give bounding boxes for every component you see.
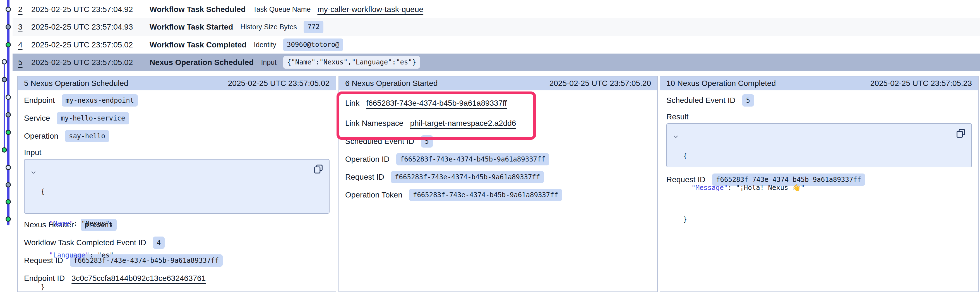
panel-header: 6 Nexus Operation Started 2025-02-25 UTC… (339, 76, 657, 91)
panel-title: 5 Nexus Operation Scheduled (24, 79, 128, 88)
field-operation-id: Operation ID f665283f-743e-4374-b45b-9a6… (345, 153, 651, 165)
result-json-viewer: { "Message": "¡Hola! Nexus 👋" } (667, 123, 972, 167)
operation-id-badge: f665283f-743e-4374-b45b-9a61a89337ff (396, 153, 549, 166)
event-attr-label: Input (261, 58, 277, 67)
event-id-link[interactable]: 3 (18, 22, 31, 32)
panel-title: 6 Nexus Operation Started (345, 79, 438, 88)
event-name: Workflow Task Started (150, 22, 233, 32)
json-line: { (683, 151, 805, 161)
endpoint-value-badge: my-nexus-endpoint (62, 94, 138, 107)
timeline-event-dot (6, 112, 11, 118)
event-attr-value-badge: 30960@totoro@ (283, 38, 343, 51)
event-row-2[interactable]: 2 2025-02-25 UTC 23:57:04.92 Workflow Ta… (13, 0, 980, 18)
timeline-event-dot (6, 24, 11, 30)
json-line: { (41, 186, 114, 197)
field-operation: Operation say-hello (24, 130, 329, 142)
timeline-event-dot (6, 42, 11, 48)
json-line: "Language": "es" (41, 250, 114, 261)
timeline-event-dot (6, 130, 11, 135)
scheduled-event-id-badge: 5 (421, 135, 433, 148)
timeline-event-dot (6, 95, 11, 100)
service-value-badge: my-hello-service (57, 112, 129, 125)
timeline-event-dot (6, 216, 11, 222)
event-timestamp: 2025-02-25 UTC 23:57:05.02 (31, 58, 150, 67)
field-link: Link f665283f-743e-4374-b45b-9a61a89337f… (345, 97, 651, 109)
field-endpoint: Endpoint my-nexus-endpoint (24, 94, 329, 106)
timeline-event-dot (2, 147, 7, 153)
collapse-chevron-icon[interactable] (673, 129, 683, 161)
event-name: Workflow Task Completed (150, 40, 247, 49)
field-operation-token: Operation Token f665283f-743e-4374-b45b-… (345, 189, 651, 201)
field-request-id: Request ID f665283f-743e-4374-b45b-9a61a… (345, 171, 651, 183)
event-name: Nexus Operation Scheduled (150, 58, 254, 67)
event-row-5-selected[interactable]: 5 2025-02-25 UTC 23:57:05.02 Nexus Opera… (13, 54, 980, 71)
json-line: "Message": "¡Hola! Nexus 👋" (683, 183, 805, 193)
event-attr-label: History Size Bytes (240, 23, 297, 31)
json-line: } (683, 214, 805, 225)
event-row-3[interactable]: 3 2025-02-25 UTC 23:57:04.93 Workflow Ta… (13, 18, 980, 36)
link-namespace-link[interactable]: phil-target-namespace2.a2dd6 (410, 119, 516, 128)
field-link-namespace: Link Namespace phil-target-namespace2.a2… (345, 117, 651, 129)
timeline-event-dot (2, 77, 7, 82)
json-line: "Name": "Nexus", (41, 218, 114, 229)
timeline-event-dot (6, 165, 11, 170)
event-timestamp: 2025-02-25 UTC 23:57:05.02 (31, 40, 150, 49)
timeline-event-dot (6, 7, 11, 12)
timeline-event-dot (2, 59, 7, 64)
field-scheduled-event-id: Scheduled Event ID 5 (345, 135, 651, 148)
timeline-event-dot (6, 182, 11, 188)
event-timestamp: 2025-02-25 UTC 23:57:04.92 (31, 5, 150, 14)
input-json-viewer: { "Name": "Nexus", "Language": "es" } (24, 159, 329, 214)
timeline-event-dot (6, 199, 11, 205)
task-queue-link[interactable]: my-caller-workflow-task-queue (317, 5, 423, 14)
panel-nexus-operation-completed: 10 Nexus Operation Completed 2025-02-25 … (660, 76, 978, 292)
timeline-branch-line (4, 62, 5, 150)
input-section-label: Input (24, 148, 329, 157)
json-line: } (41, 282, 114, 292)
scheduled-event-id-badge: 5 (742, 94, 754, 107)
collapse-chevron-icon[interactable] (31, 165, 41, 208)
panel-title: 10 Nexus Operation Completed (667, 79, 776, 88)
event-id-link[interactable]: 5 (18, 58, 31, 67)
event-id-link[interactable]: 2 (18, 5, 31, 14)
copy-icon[interactable] (955, 128, 966, 140)
event-attr-label: Identity (254, 41, 276, 49)
field-scheduled-event-id: Scheduled Event ID 5 (667, 94, 972, 106)
panel-nexus-operation-started: 6 Nexus Operation Started 2025-02-25 UTC… (339, 76, 658, 292)
event-id-link[interactable]: 4 (18, 40, 31, 49)
panel-header: 10 Nexus Operation Completed 2025-02-25 … (660, 76, 978, 91)
operation-value-badge: say-hello (65, 130, 109, 143)
event-id-badge: 4 (153, 237, 165, 249)
panel-header: 5 Nexus Operation Scheduled 2025-02-25 U… (18, 76, 336, 91)
nexus-link[interactable]: f665283f-743e-4374-b45b-9a61a89337ff (366, 99, 507, 108)
event-name: Workflow Task Scheduled (150, 5, 245, 14)
workflow-event-history-view: 2 2025-02-25 UTC 23:57:04.92 Workflow Ta… (0, 0, 980, 294)
operation-token-badge: f665283f-743e-4374-b45b-9a61a89337ff (409, 189, 562, 202)
event-attr-label: Task Queue Name (253, 5, 310, 13)
panel-timestamp: 2025-02-25 UTC 23:57:05.02 (228, 79, 329, 88)
request-id-badge: f665283f-743e-4374-b45b-9a61a89337ff (391, 171, 544, 184)
panel-nexus-operation-scheduled: 5 Nexus Operation Scheduled 2025-02-25 U… (17, 76, 336, 292)
event-row-4[interactable]: 4 2025-02-25 UTC 23:57:05.02 Workflow Ta… (13, 36, 980, 54)
panel-timestamp: 2025-02-25 UTC 23:57:05.20 (549, 79, 651, 88)
field-service: Service my-hello-service (24, 112, 329, 124)
panel-timestamp: 2025-02-25 UTC 23:57:05.23 (870, 79, 972, 88)
event-input-badge: {"Name":"Nexus","Language":"es"} (283, 56, 420, 68)
event-timestamp: 2025-02-25 UTC 23:57:04.93 (31, 22, 150, 32)
copy-icon[interactable] (313, 164, 324, 175)
event-attr-value-badge: 772 (304, 21, 323, 33)
result-section-label: Result (667, 112, 972, 122)
